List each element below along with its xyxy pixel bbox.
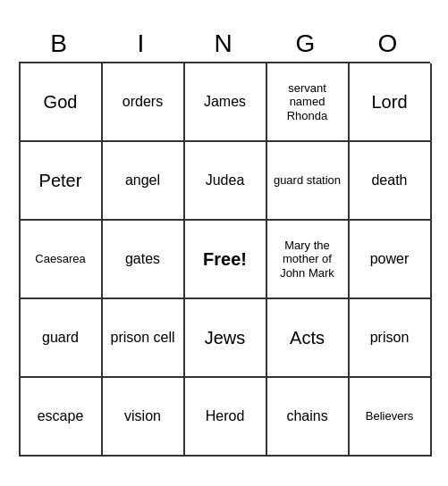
header-letter-I: I [101,29,183,58]
header-letter-N: N [183,29,266,58]
cell-r3-c3: Acts [267,299,350,378]
cell-r0-c4: Lord [350,63,432,142]
header-letter-O: O [348,29,430,58]
cell-r3-c1: prison cell [103,299,185,378]
cell-r3-c2: Jews [185,299,267,378]
bingo-grid: GodordersJamesservant named RhondaLordPe… [19,62,430,457]
cell-r0-c1: orders [103,63,185,142]
cell-r4-c4: Believers [350,378,432,457]
cell-r2-c0: Caesarea [21,221,103,299]
cell-r4-c0: escape [21,378,103,457]
bingo-card: BINGO GodordersJamesservant named Rhonda… [19,29,430,457]
cell-r4-c3: chains [267,378,350,457]
cell-r2-c3: Mary the mother of John Mark [267,221,350,299]
header-letter-G: G [266,29,348,58]
cell-r2-c2: Free! [185,221,267,299]
cell-r0-c2: James [185,63,267,142]
cell-r2-c1: gates [103,221,185,299]
cell-r1-c4: death [350,142,432,221]
cell-r1-c0: Peter [21,142,103,221]
cell-r3-c4: prison [350,299,432,378]
cell-r4-c2: Herod [185,378,267,457]
bingo-header: BINGO [19,29,430,58]
cell-r0-c3: servant named Rhonda [267,63,350,142]
cell-r4-c1: vision [103,378,185,457]
cell-r0-c0: God [21,63,103,142]
cell-r1-c2: Judea [185,142,267,221]
cell-r1-c3: guard station [267,142,350,221]
header-letter-B: B [19,29,101,58]
cell-r2-c4: power [350,221,432,299]
cell-r1-c1: angel [103,142,185,221]
cell-r3-c0: guard [21,299,103,378]
